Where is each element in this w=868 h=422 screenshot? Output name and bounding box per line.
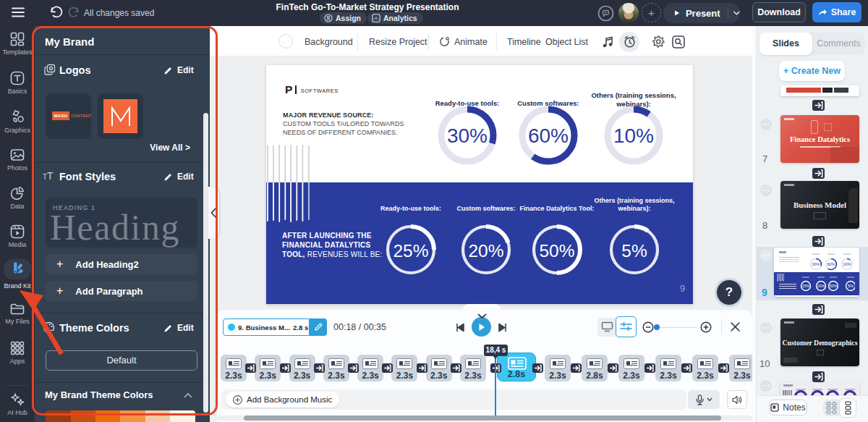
svg-text:50%: 50% [539,241,574,261]
svg-text:60%: 60% [528,125,569,147]
svg-text:20%: 20% [468,241,503,261]
svg-text:20%: 20% [817,284,825,288]
svg-text:30%: 30% [447,125,488,147]
svg-text:30%: 30% [812,262,820,266]
svg-text:25%: 25% [393,241,428,261]
svg-text:5%: 5% [621,241,647,261]
svg-text:10%: 10% [843,262,851,266]
svg-text:50%: 50% [829,284,837,288]
svg-text:25%: 25% [801,284,809,288]
svg-text:60%: 60% [827,262,835,266]
svg-text:5%: 5% [848,284,854,288]
svg-text:10%: 10% [613,125,654,147]
